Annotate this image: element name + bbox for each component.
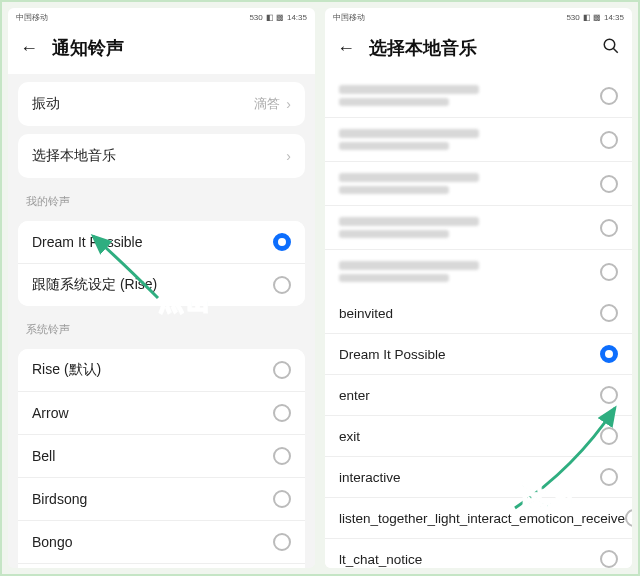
ringtone-row[interactable]: Bongo [18, 521, 305, 564]
music-row[interactable]: lt_chat_notice [325, 539, 632, 568]
svg-point-0 [604, 39, 615, 50]
ringtone-row[interactable]: Arrow [18, 392, 305, 435]
ringtone-label: Bongo [32, 534, 273, 550]
ringtone-row[interactable]: Bell [18, 435, 305, 478]
ringtone-row[interactable]: Birdsong [18, 478, 305, 521]
ringtone-row[interactable]: Dream It Possible [18, 221, 305, 264]
music-label: lt_chat_notice [339, 552, 600, 567]
back-icon[interactable]: ← [337, 38, 355, 59]
radio-icon[interactable] [625, 509, 632, 527]
ringtone-row[interactable]: Rise (默认) [18, 349, 305, 392]
music-row-blurred[interactable] [325, 74, 632, 118]
search-icon[interactable] [602, 37, 620, 60]
music-row[interactable]: listen_together_light_interact_emoticon_… [325, 498, 632, 539]
radio-icon[interactable] [600, 345, 618, 363]
radio-icon[interactable] [600, 263, 618, 281]
local-music-label: 选择本地音乐 [32, 147, 286, 165]
vibrate-label: 振动 [32, 95, 254, 113]
ringtone-label: Bell [32, 448, 273, 464]
ringtone-label: Rise (默认) [32, 361, 273, 379]
page-title: 选择本地音乐 [369, 36, 588, 60]
music-label: beinvited [339, 306, 600, 321]
page-title: 通知铃声 [52, 36, 303, 60]
music-row[interactable]: enter [325, 375, 632, 416]
music-row-blurred[interactable] [325, 250, 632, 293]
row-local-music[interactable]: 选择本地音乐 › [18, 134, 305, 178]
radio-icon[interactable] [273, 233, 291, 251]
radio-icon[interactable] [600, 131, 618, 149]
ringtone-label: Dream It Possible [32, 234, 273, 250]
music-row-blurred[interactable] [325, 206, 632, 250]
radio-icon[interactable] [600, 219, 618, 237]
radio-icon[interactable] [600, 427, 618, 445]
music-row[interactable]: exit [325, 416, 632, 457]
music-label: listen_together_light_interact_emoticon_… [339, 511, 625, 526]
carrier-label: 中国移动 [16, 12, 48, 23]
status-bar: 中国移动 530◧ ▩14:35 [325, 8, 632, 26]
radio-icon[interactable] [600, 87, 618, 105]
ringtone-row[interactable]: Car Lock [18, 564, 305, 568]
content-area: beinvitedDream It Possibleenterexitinter… [325, 74, 632, 568]
back-icon[interactable]: ← [20, 38, 38, 59]
ringtone-label: Birdsong [32, 491, 273, 507]
music-row-blurred[interactable] [325, 118, 632, 162]
content-area: 振动 滴答 › 选择本地音乐 › 我的铃声 Dream It Possible跟… [8, 74, 315, 568]
radio-icon[interactable] [273, 533, 291, 551]
row-vibrate[interactable]: 振动 滴答 › [18, 82, 305, 126]
radio-icon[interactable] [273, 361, 291, 379]
radio-icon[interactable] [600, 386, 618, 404]
radio-icon[interactable] [273, 404, 291, 422]
music-label: interactive [339, 470, 600, 485]
phone-right: 中国移动 530◧ ▩14:35 ← 选择本地音乐 beinvitedDream… [325, 8, 632, 568]
radio-icon[interactable] [600, 550, 618, 568]
svg-line-1 [613, 48, 618, 53]
status-bar: 中国移动 530◧ ▩14:35 [8, 8, 315, 26]
music-label: enter [339, 388, 600, 403]
carrier-label: 中国移动 [333, 12, 365, 23]
vibrate-value: 滴答 [254, 95, 280, 113]
radio-icon[interactable] [600, 175, 618, 193]
section-sys-ringtones: 系统铃声 [8, 314, 315, 341]
title-bar: ← 通知铃声 [8, 26, 315, 74]
music-label: Dream It Possible [339, 347, 600, 362]
music-row-blurred[interactable] [325, 162, 632, 206]
chevron-right-icon: › [286, 96, 291, 112]
music-row[interactable]: Dream It Possible [325, 334, 632, 375]
chevron-right-icon: › [286, 148, 291, 164]
music-label: exit [339, 429, 600, 444]
title-bar: ← 选择本地音乐 [325, 26, 632, 74]
phone-left: 中国移动 530◧ ▩14:35 ← 通知铃声 振动 滴答 › 选择本地音乐 ›… [8, 8, 315, 568]
radio-icon[interactable] [273, 276, 291, 294]
ringtone-label: 跟随系统设定 (Rise) [32, 276, 273, 294]
section-my-ringtones: 我的铃声 [8, 186, 315, 213]
ringtone-row[interactable]: 跟随系统设定 (Rise) [18, 264, 305, 306]
radio-icon[interactable] [600, 304, 618, 322]
radio-icon[interactable] [273, 447, 291, 465]
ringtone-label: Arrow [32, 405, 273, 421]
music-row[interactable]: interactive [325, 457, 632, 498]
radio-icon[interactable] [600, 468, 618, 486]
radio-icon[interactable] [273, 490, 291, 508]
music-row[interactable]: beinvited [325, 293, 632, 334]
